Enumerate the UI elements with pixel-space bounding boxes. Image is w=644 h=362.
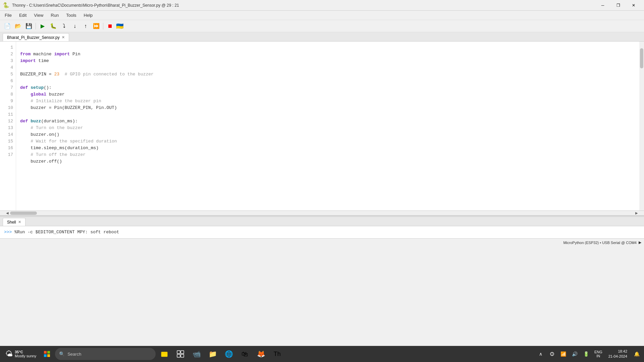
tray-wifi-icon[interactable]: 📶 [559, 349, 568, 359]
save-file-button[interactable]: 💾 [24, 21, 34, 31]
title-text: Thonny - C:\Users\SnehaC\Documents\Micro… [12, 3, 592, 8]
svg-rect-0 [44, 351, 47, 354]
maximize-button[interactable]: ❐ [610, 0, 626, 11]
minimize-button[interactable]: ─ [595, 0, 610, 11]
connection-status: MicroPython (ESP32) • USB Serial @ COM4 [563, 241, 637, 245]
scroll-right-icon[interactable]: ▶ [634, 211, 639, 215]
taskbar-clock[interactable]: 18:42 21-04-2024 [606, 349, 630, 359]
svg-rect-8 [177, 354, 180, 357]
open-file-button[interactable]: 📂 [13, 21, 23, 31]
step-over-button[interactable]: ⤵ [59, 21, 69, 31]
new-file-button[interactable]: 📄 [3, 21, 12, 31]
clock-time: 18:42 [618, 349, 627, 354]
shell-content[interactable]: >>> %Run -c $EDITOR_CONTENT MPY: soft re… [0, 226, 644, 238]
run-button[interactable]: ▶ [38, 21, 47, 31]
taskbar-browser-icon[interactable]: 🌐 [221, 347, 236, 361]
horizontal-scrollbar[interactable]: ◀ ▶ [0, 211, 644, 216]
title-bar: 🐍 Thonny - C:\Users\SnehaC\Documents\Mic… [0, 0, 644, 11]
svg-rect-9 [181, 354, 184, 357]
scrollbar-thumb[interactable] [640, 48, 643, 68]
lang-text: ENG [594, 350, 602, 354]
line-numbers: 1 2 3 4 5 6 7 8 9 10 11 12 13 14 15 16 1… [0, 42, 16, 210]
menu-edit[interactable]: Edit [16, 12, 30, 18]
taskbar-search[interactable]: 🔍 Search [55, 348, 156, 360]
weather-condition: Mostly sunny [15, 354, 36, 358]
svg-rect-7 [181, 351, 184, 354]
step-out-button[interactable]: ↑ [81, 21, 90, 31]
status-arrow: ▶ [639, 240, 641, 245]
editor-tab-bar: Bharat_Pi_Buzzer_Sensor.py ✕ [0, 32, 644, 42]
toolbar: 📄 📂 💾 ▶ 🐛 ⤵ ↓ ↑ ⏩ ⏹ 🇺🇦 [0, 20, 644, 32]
code-editor[interactable]: from machine import Pin import time BUZZ… [16, 42, 639, 210]
vertical-scrollbar[interactable] [639, 42, 644, 210]
weather-temp: 35°C [15, 350, 36, 354]
taskbar-meet-icon[interactable]: 📹 [189, 347, 204, 361]
svg-rect-3 [47, 354, 50, 357]
h-scrollbar-thumb[interactable] [10, 212, 37, 215]
file-tab[interactable]: Bharat_Pi_Buzzer_Sensor.py ✕ [3, 33, 69, 41]
shell-tab[interactable]: Shell ✕ [3, 218, 25, 226]
status-bar: MicroPython (ESP32) • USB Serial @ COM4 … [0, 238, 644, 246]
lang2-text: IN [594, 354, 602, 358]
taskbar-thonny-icon[interactable]: Th [270, 347, 284, 361]
taskbar-taskview-icon[interactable] [173, 347, 188, 361]
taskbar-explorer-icon[interactable]: 📁 [205, 347, 220, 361]
tray-volume-icon[interactable]: 🔊 [570, 349, 580, 359]
menu-tools[interactable]: Tools [63, 12, 79, 18]
editor-area: 1 2 3 4 5 6 7 8 9 10 11 12 13 14 15 16 1… [0, 42, 644, 211]
shell-output: MPY: soft reboot [77, 230, 119, 235]
toolbar-separator-2 [103, 23, 103, 29]
taskbar-store-icon[interactable]: 🛍 [237, 347, 252, 361]
system-tray: ∧ 📶 🔊 🔋 ENG IN 18:42 21-04-2024 🔔 [536, 349, 641, 359]
shell-panel: Shell ✕ >>> %Run -c $EDITOR_CONTENT MPY:… [0, 217, 644, 238]
taskbar-files-icon[interactable] [157, 347, 172, 361]
scroll-left-icon[interactable]: ◀ [5, 211, 10, 215]
ukraine-flag: 🇺🇦 [116, 22, 123, 30]
svg-rect-2 [44, 354, 47, 357]
search-icon: 🔍 [59, 351, 65, 357]
start-button[interactable] [40, 347, 54, 361]
shell-prompt: >>> [4, 230, 12, 235]
tray-chevron-icon[interactable]: ∧ [536, 349, 545, 359]
shell-tab-label: Shell [7, 220, 16, 225]
svg-rect-6 [177, 351, 180, 354]
shell-command: %Run -c $EDITOR_CONTENT [12, 230, 74, 235]
debug-button[interactable]: 🐛 [49, 21, 58, 31]
menu-run[interactable]: Run [47, 12, 62, 18]
clock-date: 21-04-2024 [608, 354, 627, 359]
stop-button[interactable]: ⏹ [105, 21, 115, 31]
menu-help[interactable]: Help [80, 12, 96, 18]
menu-bar: File Edit View Run Tools Help [0, 11, 644, 20]
window-controls: ─ ❐ ✕ [595, 0, 641, 11]
resume-button[interactable]: ⏩ [92, 21, 101, 31]
svg-rect-1 [47, 351, 50, 354]
weather-icon: 🌤 [5, 350, 13, 358]
app-icon: 🐍 [3, 2, 9, 8]
shell-tab-bar: Shell ✕ [0, 217, 644, 226]
menu-view[interactable]: View [31, 12, 47, 18]
step-into-button[interactable]: ↓ [70, 21, 79, 31]
windows-icon [44, 351, 50, 357]
taskbar-firefox-icon[interactable]: 🦊 [254, 347, 268, 361]
language-indicator[interactable]: ENG IN [593, 350, 604, 358]
close-button[interactable]: ✕ [626, 0, 641, 11]
notification-button[interactable]: 🔔 [632, 349, 641, 359]
taskbar-weather[interactable]: 🌤 35°C Mostly sunny [3, 350, 39, 358]
svg-rect-5 [161, 353, 167, 357]
taskbar: 🌤 35°C Mostly sunny 🔍 Search [0, 346, 644, 362]
shell-tab-close[interactable]: ✕ [18, 220, 21, 224]
toolbar-separator-1 [36, 23, 36, 29]
tab-close-icon[interactable]: ✕ [62, 35, 65, 40]
search-text: Search [67, 352, 81, 357]
tray-network-activity-icon[interactable] [547, 349, 557, 359]
menu-file[interactable]: File [1, 12, 15, 18]
tray-battery-icon[interactable]: 🔋 [582, 349, 591, 359]
tab-label: Bharat_Pi_Buzzer_Sensor.py [7, 35, 60, 40]
